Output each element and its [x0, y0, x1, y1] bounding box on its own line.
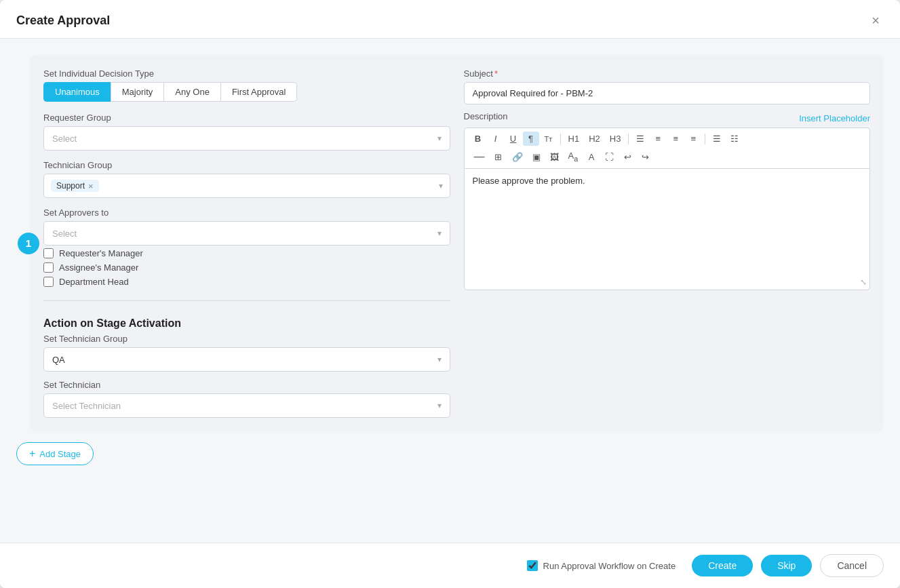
right-panel: Subject* Description Insert Placeholder … [464, 68, 871, 418]
technician-group-label: Technician Group [43, 160, 450, 170]
requester-group-select[interactable]: Select ▾ [43, 126, 450, 151]
toolbar-separator-3 [705, 134, 705, 144]
toolbar-align-center-btn[interactable]: ≡ [650, 132, 666, 146]
set-approvers-placeholder: Select [52, 229, 77, 239]
set-approvers-section: Set Approvers to Select ▾ Requester's Ma… [43, 208, 450, 287]
toolbar-paragraph-btn[interactable]: ¶ [523, 132, 539, 146]
left-panel: Set Individual Decision Type Unanimous M… [43, 68, 450, 418]
modal-title: Create Approval [16, 14, 110, 28]
editor-toolbar: B I U ¶ Tт H1 H2 H3 ☰ ≡ ≡ [464, 128, 871, 168]
run-approval-section: Run Approval Workflow on Create [527, 560, 676, 571]
editor-content[interactable]: Please approve the problem. ⤡ [464, 168, 871, 290]
checkbox-department-head[interactable]: Department Head [43, 277, 450, 287]
set-technician-group-section: Set Technician Group QA ▾ [43, 334, 450, 372]
divider [43, 300, 450, 301]
checkbox-department-head-input[interactable] [43, 277, 54, 287]
modal-body: 1 Set Individual Decision Type Unanimous… [0, 39, 900, 543]
toolbar-underline-btn[interactable]: U [505, 132, 522, 146]
decision-type-section: Set Individual Decision Type Unanimous M… [43, 68, 450, 103]
toolbar-link-btn[interactable]: 🔗 [508, 149, 527, 165]
technician-group-tag: Support × [51, 180, 99, 192]
subject-label: Subject* [464, 68, 871, 79]
modal-header: Create Approval × [0, 0, 900, 39]
toolbar-italic-btn[interactable]: I [488, 132, 504, 146]
toolbar-bold-btn[interactable]: B [470, 132, 486, 146]
decision-btn-anyone[interactable]: Any One [163, 82, 220, 102]
cancel-button[interactable]: Cancel [820, 554, 884, 577]
set-approvers-select[interactable]: Select ▾ [43, 221, 450, 246]
toolbar-ordered-list-btn[interactable]: ☷ [726, 132, 743, 146]
close-button[interactable]: × [867, 12, 884, 28]
technician-group-section: Technician Group Support × ▾ [43, 160, 450, 198]
requester-group-section: Requester Group Select ▾ [43, 113, 450, 151]
toolbar-align-left-btn[interactable]: ☰ [632, 132, 648, 146]
technician-group-select[interactable]: Support × ▾ [43, 174, 450, 198]
description-label: Description [464, 111, 508, 121]
checkbox-requesters-manager[interactable]: Requester's Manager [43, 248, 450, 258]
toolbar-hr-btn[interactable]: — [470, 149, 489, 165]
toolbar-text-btn[interactable]: Tт [541, 133, 557, 145]
create-button[interactable]: Create [692, 555, 753, 576]
action-section-title: Action on Stage Activation [43, 317, 450, 330]
run-approval-checkbox[interactable] [527, 560, 538, 571]
stage-wrapper: 1 Set Individual Decision Type Unanimous… [30, 55, 884, 431]
set-technician-group-value: QA [52, 355, 65, 365]
toolbar-undo-btn[interactable]: ↩ [619, 149, 635, 165]
skip-button[interactable]: Skip [761, 555, 812, 576]
toolbar-image-btn[interactable]: 🖼 [546, 149, 563, 165]
decision-type-label: Set Individual Decision Type [43, 68, 450, 79]
set-technician-group-select[interactable]: QA ▾ [43, 347, 450, 372]
decision-type-row: Unanimous Majority Any One First Approva… [43, 82, 450, 102]
checkbox-department-head-label: Department Head [59, 277, 129, 287]
toolbar-table-btn[interactable]: ⊞ [490, 149, 507, 165]
decision-btn-firstapproval[interactable]: First Approval [220, 82, 297, 102]
create-approval-modal: Create Approval × 1 Set Individual Decis… [0, 0, 900, 588]
decision-btn-majority[interactable]: Majority [111, 82, 164, 102]
set-technician-group-label: Set Technician Group [43, 334, 450, 344]
toolbar-h3-btn[interactable]: H3 [606, 132, 625, 146]
editor-resize-icon: ⤡ [860, 277, 867, 287]
checkbox-assignees-manager-input[interactable] [43, 262, 54, 273]
checkbox-requesters-manager-label: Requester's Manager [59, 248, 143, 258]
description-section: Description Insert Placeholder B I U ¶ T… [464, 111, 871, 290]
toolbar-font-color-btn[interactable]: A [583, 149, 600, 165]
toolbar-separator-2 [628, 134, 629, 144]
set-technician-group-chevron-icon: ▾ [437, 355, 442, 364]
subject-section: Subject* [464, 68, 871, 104]
stage-card: Set Individual Decision Type Unanimous M… [30, 55, 884, 431]
toolbar-video-btn[interactable]: ▣ [528, 149, 545, 165]
toolbar-fullscreen-btn[interactable]: ⛶ [601, 149, 618, 165]
checkbox-requesters-manager-input[interactable] [43, 248, 54, 258]
toolbar-separator-1 [560, 134, 561, 144]
add-stage-container: + Add Stage [16, 431, 884, 471]
set-technician-placeholder: Select Technician [52, 401, 121, 411]
approvers-checkbox-group: Requester's Manager Assignee's Manager D… [43, 248, 450, 287]
run-approval-label: Run Approval Workflow on Create [543, 561, 676, 571]
set-technician-label: Set Technician [43, 380, 450, 390]
toolbar-redo-btn[interactable]: ↪ [637, 149, 653, 165]
toolbar-align-justify-btn[interactable]: ≡ [685, 132, 701, 146]
toolbar-font-size-btn[interactable]: Aa [564, 149, 583, 165]
subject-input[interactable] [464, 82, 871, 104]
add-stage-label: Add Stage [39, 449, 81, 459]
toolbar-h1-btn[interactable]: H1 [564, 132, 584, 146]
action-section: Action on Stage Activation Set Technicia… [43, 315, 450, 418]
set-approvers-chevron-icon: ▾ [437, 229, 442, 238]
insert-placeholder-link[interactable]: Insert Placeholder [799, 113, 870, 123]
add-stage-button[interactable]: + Add Stage [16, 442, 94, 465]
toolbar-align-right-btn[interactable]: ≡ [667, 132, 684, 146]
stage-number-badge: 1 [18, 233, 39, 254]
set-technician-section: Set Technician Select Technician ▾ [43, 380, 450, 418]
editor-text: Please approve the problem. [473, 176, 585, 186]
toolbar-list-btn[interactable]: ☰ [709, 132, 725, 146]
add-stage-plus-icon: + [29, 448, 35, 460]
decision-btn-unanimous[interactable]: Unanimous [43, 82, 111, 102]
toolbar-h2-btn[interactable]: H2 [585, 132, 604, 146]
checkbox-assignees-manager-label: Assignee's Manager [59, 262, 138, 273]
set-technician-chevron-icon: ▾ [437, 401, 442, 410]
set-technician-select[interactable]: Select Technician ▾ [43, 393, 450, 418]
checkbox-assignees-manager[interactable]: Assignee's Manager [43, 262, 450, 273]
requester-group-label: Requester Group [43, 113, 450, 123]
requester-group-chevron-icon: ▾ [437, 134, 442, 143]
technician-group-tag-remove[interactable]: × [88, 182, 94, 191]
